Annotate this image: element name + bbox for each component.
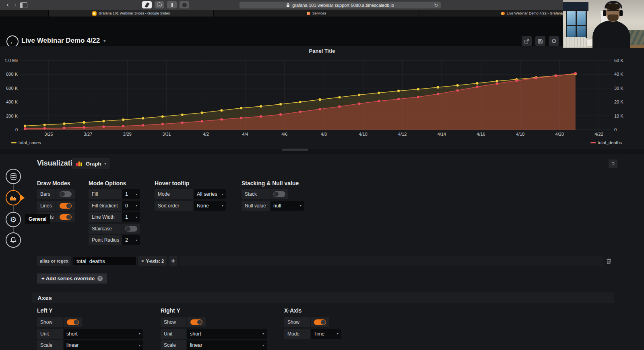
svg-text:3/29: 3/29	[123, 132, 132, 137]
svg-text:4/20: 4/20	[555, 132, 564, 137]
bar-chart-icon	[76, 161, 83, 166]
line-width-select[interactable]: 1▾	[122, 212, 140, 222]
sort-order-row: Sort orderNone▾	[155, 201, 226, 211]
sidebar-item-visualization[interactable]	[6, 190, 21, 205]
webcam-person-torso	[592, 21, 630, 48]
chevron-down-icon: ▾	[337, 332, 339, 336]
axes-section-header[interactable]: Axes	[32, 292, 614, 303]
url-text: grafana-101-webinar-support-50d0.a.times…	[292, 3, 394, 8]
points-toggle[interactable]	[60, 214, 72, 220]
svg-text:4/12: 4/12	[398, 132, 407, 137]
database-icon	[9, 172, 18, 181]
back-button[interactable]: ‹	[4, 0, 11, 10]
help-button[interactable]: ?	[609, 159, 617, 168]
horizontal-scrollbar[interactable]	[282, 149, 308, 151]
sort-order-value: None	[197, 203, 209, 209]
fill-gradient-select[interactable]: 0▾	[122, 201, 140, 211]
remove-icon[interactable]: ×	[141, 259, 144, 263]
stack-toggle[interactable]	[273, 191, 285, 197]
password-extension-icon[interactable]	[167, 1, 177, 8]
time-series-chart[interactable]: 1.0 Mil50 K800 K40 K600 K30 K400 K20 K20…	[0, 46, 644, 140]
visualization-type-select[interactable]: Graph ▾	[72, 158, 110, 169]
delete-override-button[interactable]	[605, 256, 613, 266]
mode-select[interactable]: All series▾	[194, 189, 226, 199]
pocket-extension-icon[interactable]: ⌄	[155, 1, 164, 8]
null-value-select[interactable]: null▾	[270, 201, 304, 211]
unit-row: Unitshort▾	[37, 329, 143, 339]
blob-icon	[182, 3, 187, 7]
forward-button[interactable]: ›	[12, 0, 19, 10]
staircase-toggle[interactable]	[125, 226, 137, 232]
alias-input[interactable]	[73, 256, 136, 266]
show-toggle[interactable]	[190, 319, 202, 325]
chevron-down-icon: ▾	[136, 215, 137, 219]
toggle-knob	[321, 320, 326, 325]
tab-google-slides[interactable]: Grafana 101 Webinar Slides - Google Slid…	[48, 10, 213, 17]
toggle-knob	[126, 226, 130, 231]
toggle-knob	[74, 320, 78, 325]
unit-value: short	[190, 331, 201, 337]
svg-text:4/22: 4/22	[594, 132, 603, 137]
left-y-title: Left Y	[37, 307, 143, 314]
svg-text:40 K: 40 K	[614, 72, 623, 77]
sidebar-item-general[interactable]: ⚙	[6, 212, 21, 227]
sidebar-item-alerts[interactable]	[6, 232, 21, 248]
svg-text:800 K: 800 K	[6, 72, 18, 77]
dashboard-title[interactable]: Live Webinar Demo 4/22 ▾	[21, 37, 105, 45]
svg-text:3/27: 3/27	[84, 132, 92, 137]
legend-color-swatch	[590, 142, 596, 143]
lines-toggle[interactable]	[60, 203, 72, 209]
pen-icon	[144, 2, 149, 7]
gear-icon: ⚙	[551, 37, 557, 45]
show-toggle[interactable]	[67, 319, 79, 325]
editor-tab-connector	[13, 176, 14, 240]
null-value-row: Null valuenull▾	[242, 201, 304, 211]
visualization-type-value: Graph	[86, 161, 101, 167]
legend-total-deaths[interactable]: total_deaths	[590, 140, 622, 145]
unit-select[interactable]: short▾	[187, 329, 267, 339]
svg-text:4/6: 4/6	[281, 132, 287, 137]
y-axis-override-chip[interactable]: × Y-axis: 2	[138, 256, 167, 266]
show-label: Show	[161, 317, 186, 327]
sort-order-select[interactable]: None▾	[194, 201, 226, 211]
sidebar-toggle-icon[interactable]	[20, 2, 27, 8]
url-bar[interactable]: grafana-101-webinar-support-50d0.a.times…	[239, 2, 441, 8]
share-button[interactable]	[522, 36, 532, 46]
webcam-headphones-band	[605, 1, 622, 8]
mode-options-title: Mode Options	[89, 180, 140, 186]
add-series-override-button[interactable]: + Add series override ?	[37, 273, 107, 284]
scale-value: linear	[190, 342, 202, 348]
scale-value: linear	[66, 342, 79, 348]
reload-icon[interactable]: ↻	[434, 2, 438, 8]
pen-extension-icon[interactable]	[142, 1, 152, 8]
mode-row: ModeAll series▾	[155, 189, 226, 199]
point-radius-select[interactable]: 2▾	[122, 235, 140, 245]
unit-select[interactable]: short▾	[64, 329, 143, 339]
settings-button[interactable]: ⚙	[549, 36, 559, 46]
chevron-down-icon: ▾	[104, 162, 106, 166]
scale-select[interactable]: linear▾	[64, 340, 143, 350]
series-override-row: alias or regex × Y-axis: 2 +	[37, 256, 613, 266]
dashboard-back-button[interactable]: ←	[6, 35, 19, 48]
tab-label: Services	[312, 11, 326, 15]
show-toggle[interactable]	[314, 319, 326, 325]
chevron-down-icon: ▾	[139, 332, 140, 336]
save-button[interactable]	[535, 36, 545, 46]
dashboard-actions: ⚙	[522, 36, 559, 46]
webcam-window	[566, 10, 587, 38]
chevron-down-icon: ▾	[222, 204, 223, 207]
sidebar-item-queries[interactable]	[6, 169, 21, 184]
unit-label: Unit	[161, 329, 186, 339]
scale-select[interactable]: linear▾	[187, 340, 267, 350]
bars-toggle[interactable]	[60, 191, 72, 197]
legend-total-cases[interactable]: total_cases	[11, 140, 41, 145]
share-icon	[524, 38, 530, 44]
scale-row: Scalelinear▾	[161, 340, 267, 350]
right-y-axis-column: Right YShowUnitshort▾Scalelinear▾	[161, 307, 267, 350]
svg-text:4/10: 4/10	[359, 132, 367, 137]
misc-extension-icon[interactable]	[180, 1, 189, 8]
mode-select[interactable]: Time▾	[311, 329, 341, 339]
add-override-option-button[interactable]: +	[169, 256, 178, 266]
fill-select[interactable]: 1▾	[122, 189, 140, 199]
tab-services[interactable]: Services	[213, 10, 419, 17]
